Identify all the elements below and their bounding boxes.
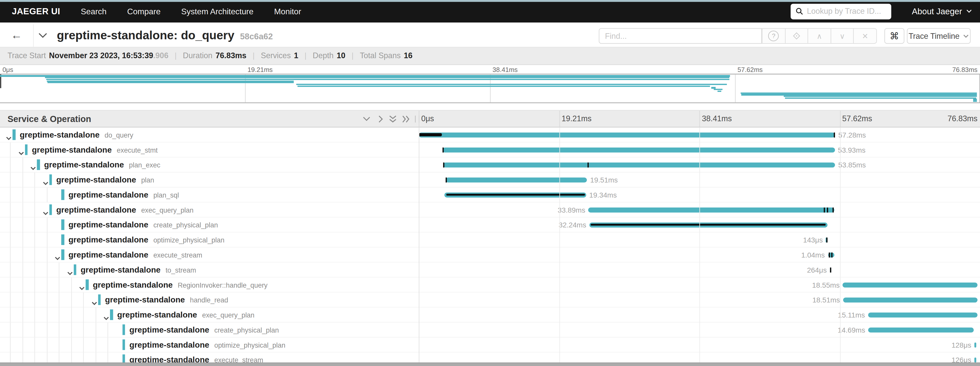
span-expand-chevron-icon[interactable] — [42, 177, 48, 187]
span-bar[interactable] — [419, 132, 835, 137]
nav-item-monitor[interactable]: Monitor — [274, 6, 301, 16]
jaeger-ui-logo[interactable]: JAEGER UI — [12, 6, 60, 16]
about-jaeger-menu[interactable]: About Jaeger — [912, 0, 972, 22]
span-timeline-cell[interactable]: 1.04ms — [419, 247, 980, 263]
span-color-indicator — [13, 129, 16, 140]
nav-item-system-architecture[interactable]: System Architecture — [181, 6, 253, 16]
span-name-cell[interactable]: greptime-standaloneto_stream — [0, 262, 419, 277]
span-expand-chevron-icon[interactable] — [103, 312, 110, 322]
span-expand-chevron-icon[interactable] — [79, 282, 85, 292]
span-timeline-cell[interactable]: 33.89ms — [419, 202, 980, 217]
span-name-cell[interactable]: greptime-standaloneRegionInvoker::handle… — [0, 277, 419, 292]
span-timeline-cell[interactable]: 53.85ms — [419, 157, 980, 172]
span-expand-chevron-icon[interactable] — [30, 162, 37, 172]
trace-view-select[interactable]: Trace Timeline — [907, 28, 970, 44]
span-timeline-cell[interactable]: 19.34ms — [419, 187, 980, 202]
span-name-cell[interactable]: greptime-standaloneexecute_stmt — [0, 142, 419, 157]
span-row[interactable]: greptime-standaloneto_stream264μs — [0, 262, 980, 277]
span-row[interactable]: greptime-standalonecreate_physical_plan3… — [0, 217, 980, 232]
span-timeline-cell[interactable]: 128μs — [419, 337, 980, 352]
service-operation-header: Service & Operation — [7, 110, 91, 127]
find-next-button[interactable]: ∨ — [830, 28, 854, 44]
span-name-cell[interactable]: greptime-standaloneexec_query_plan — [0, 202, 419, 217]
span-expand-chevron-icon[interactable] — [6, 132, 12, 142]
span-name-cell[interactable]: greptime-standalonecreate_physical_plan — [0, 322, 419, 337]
span-timeline-cell[interactable]: 264μs — [419, 262, 980, 277]
span-name-cell[interactable]: greptime-standaloneplan — [0, 172, 419, 187]
span-bar[interactable] — [589, 207, 834, 212]
operation-name: create_physical_plan — [215, 326, 279, 333]
span-timeline-cell[interactable]: 57.28ms — [419, 127, 980, 142]
span-expand-chevron-icon[interactable] — [67, 266, 73, 277]
span-duration-label: 57.28ms — [838, 127, 866, 142]
span-row[interactable]: greptime-standaloneplan_exec53.85ms — [0, 157, 980, 172]
span-timeline-cell[interactable]: 32.24ms — [419, 217, 980, 232]
span-bar[interactable] — [445, 177, 587, 182]
expand-all-icon[interactable] — [401, 113, 411, 124]
span-timeline-cell[interactable]: 19.51ms — [419, 172, 980, 187]
span-row[interactable]: greptime-standaloneexecute_stream1.04ms — [0, 247, 980, 263]
focus-span-button[interactable] — [785, 28, 808, 44]
span-bar[interactable] — [443, 162, 835, 167]
span-bar[interactable] — [442, 147, 835, 152]
back-button[interactable]: ← — [0, 24, 34, 47]
span-row[interactable]: greptime-standaloneexec_query_plan33.89m… — [0, 202, 980, 217]
span-name-cell[interactable]: greptime-standaloneoptimize_physical_pla… — [0, 337, 419, 352]
nav-item-compare[interactable]: Compare — [127, 6, 161, 16]
collapse-trace-detail-toggle[interactable] — [38, 24, 48, 47]
collapse-one-icon[interactable] — [361, 113, 372, 124]
span-row[interactable]: greptime-standaloneoptimize_physical_pla… — [0, 232, 980, 247]
find-help-button[interactable]: ? — [762, 28, 785, 44]
span-expand-chevron-icon[interactable] — [55, 251, 61, 263]
timeline-tick-label: 38.41ms — [702, 110, 732, 127]
collapse-all-icon[interactable] — [387, 113, 398, 124]
find-input[interactable]: Find... — [599, 28, 762, 44]
span-row[interactable]: greptime-standaloneexec_query_plan15.11m… — [0, 307, 980, 322]
span-timeline-cell[interactable]: 143μs — [419, 232, 980, 247]
indent-guide — [22, 307, 23, 322]
span-row[interactable]: greptime-standaloneplan_sql19.34ms — [0, 187, 980, 202]
keyboard-shortcuts-button[interactable]: ⌘ — [884, 28, 904, 44]
span-name-cell[interactable]: greptime-standalonehandle_read — [0, 292, 419, 307]
operation-name: execute_stmt — [117, 146, 158, 153]
span-expand-chevron-icon[interactable] — [91, 297, 97, 307]
span-row[interactable]: greptime-standaloneoptimize_physical_pla… — [0, 337, 980, 352]
span-name-cell[interactable]: greptime-standaloneoptimize_physical_pla… — [0, 232, 419, 247]
span-row[interactable]: greptime-standaloneplan19.51ms — [0, 172, 980, 187]
span-bar[interactable] — [974, 357, 976, 363]
summary-value: November 23 2023, 16:53:39 — [49, 51, 153, 60]
span-name-cell[interactable]: greptime-standalonecreate_physical_plan — [0, 217, 419, 232]
span-timeline-cell[interactable]: 18.55ms — [419, 277, 980, 292]
find-clear-button[interactable]: ✕ — [853, 28, 877, 44]
span-bar[interactable] — [843, 282, 978, 287]
trace-minimap[interactable] — [0, 74, 980, 103]
span-name-cell[interactable]: greptime-standaloneplan_exec — [0, 157, 419, 172]
indent-guide — [95, 307, 96, 322]
nav-item-search[interactable]: Search — [81, 6, 107, 16]
trace-id-lookup-input[interactable]: Lookup by Trace ID... — [791, 3, 891, 19]
span-timeline-cell[interactable]: 53.93ms — [419, 142, 980, 157]
find-prev-button[interactable]: ∧ — [808, 28, 831, 44]
span-name-cell[interactable]: greptime-standaloneexec_query_plan — [0, 307, 419, 322]
span-timeline-cell[interactable]: 14.69ms — [419, 322, 980, 337]
span-log-mark — [446, 194, 585, 196]
span-name-cell[interactable]: greptime-standaloneexecute_stream — [0, 247, 419, 263]
span-bar[interactable] — [868, 327, 974, 332]
span-row[interactable]: greptime-standalonecreate_physical_plan1… — [0, 322, 980, 337]
span-name-cell[interactable]: greptime-standaloneplan_sql — [0, 187, 419, 202]
span-row[interactable]: greptime-standalonedo_query57.28ms — [0, 127, 980, 142]
span-expand-chevron-icon[interactable] — [42, 207, 48, 217]
expand-one-icon[interactable] — [375, 113, 387, 124]
span-timeline-cell[interactable]: 18.51ms — [419, 292, 980, 307]
span-bar[interactable] — [843, 297, 978, 302]
span-row[interactable]: greptime-standalonehandle_read18.51ms — [0, 292, 980, 307]
span-timeline-cell[interactable]: 15.11ms — [419, 307, 980, 322]
span-row[interactable]: greptime-standaloneRegionInvoker::handle… — [0, 277, 980, 292]
span-expand-chevron-icon[interactable] — [18, 146, 24, 157]
span-bar[interactable] — [868, 312, 978, 317]
span-name-cell[interactable]: greptime-standalonedo_query — [0, 127, 419, 142]
service-name: greptime-standalone — [105, 295, 185, 304]
horizontal-scrollbar[interactable] — [0, 362, 980, 366]
span-bar[interactable] — [974, 342, 976, 347]
span-row[interactable]: greptime-standaloneexecute_stmt53.93ms — [0, 142, 980, 157]
